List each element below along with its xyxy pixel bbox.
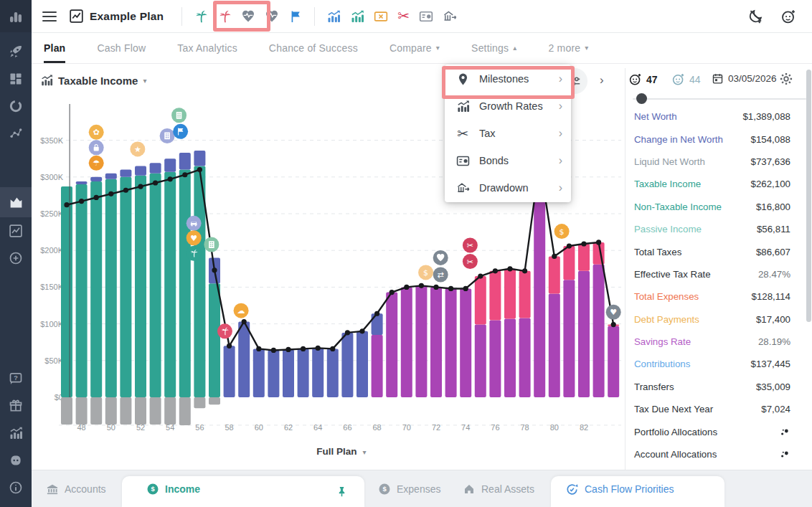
bar-segment-teal[interactable] xyxy=(135,176,146,397)
milestone-badge-heart[interactable]: ♥ xyxy=(187,230,202,245)
line-point[interactable] xyxy=(64,202,69,207)
chart-settings-button[interactable] xyxy=(779,72,793,86)
line-point[interactable] xyxy=(316,346,321,351)
hamburger-menu-button[interactable] xyxy=(42,11,57,22)
flag-milestone-icon[interactable] xyxy=(288,9,303,24)
milestone-badge-flower[interactable]: ✿ xyxy=(89,125,104,140)
card-cancel-icon[interactable] xyxy=(374,9,388,24)
bar-segment-indigo[interactable] xyxy=(194,151,205,166)
line-point[interactable] xyxy=(581,241,586,246)
line-point[interactable] xyxy=(242,319,247,324)
bar-segment-magenta[interactable] xyxy=(608,326,619,397)
bar-negative[interactable] xyxy=(194,397,205,408)
line-point[interactable] xyxy=(345,330,350,335)
milestone-badge-heartpulse[interactable] xyxy=(433,250,448,265)
stat-label[interactable]: Tax Due Next Year xyxy=(634,404,713,414)
tab-2-more[interactable]: 2 more▾ xyxy=(549,32,589,63)
bar-segment-indigo[interactable] xyxy=(372,313,383,335)
sidebar-item-getting-started[interactable] xyxy=(0,38,32,65)
milestone-badge-scissors[interactable]: ✂ xyxy=(463,254,478,269)
bar-segment-indigo[interactable] xyxy=(90,177,102,181)
bar-segment-pink[interactable] xyxy=(489,271,501,321)
account-avatar-button[interactable] xyxy=(780,9,796,24)
line-point[interactable] xyxy=(197,167,202,172)
line-point[interactable] xyxy=(168,176,173,181)
line-point[interactable] xyxy=(419,283,424,288)
bar-segment-pink[interactable] xyxy=(549,256,560,293)
sidebar-item-rewards[interactable] xyxy=(0,392,32,420)
sidebar-item-allocations[interactable] xyxy=(0,93,32,120)
line-point[interactable] xyxy=(359,328,364,333)
tab-plan[interactable]: Plan xyxy=(44,32,65,63)
bar-segment-magenta[interactable] xyxy=(445,288,457,397)
stat-label[interactable]: Transfers xyxy=(634,382,674,392)
milestone-badge-building[interactable] xyxy=(204,237,219,252)
line-point[interactable] xyxy=(522,268,527,273)
bar-segment-magenta[interactable] xyxy=(504,318,516,397)
sidebar-item-about[interactable] xyxy=(0,474,32,501)
stat-label[interactable]: Taxable Income xyxy=(634,179,701,189)
bar-segment-indigo[interactable] xyxy=(298,349,309,397)
bar-segment-magenta[interactable] xyxy=(549,294,560,397)
bar-segment-magenta[interactable] xyxy=(460,288,471,397)
bar-segment-indigo[interactable] xyxy=(179,153,191,170)
plan-date[interactable]: 03/05/2026 xyxy=(712,72,777,85)
bar-segment-teal[interactable] xyxy=(105,179,117,397)
tab-chance-of-success[interactable]: Chance of Success xyxy=(269,32,358,63)
health-event-icon-2[interactable] xyxy=(265,9,279,24)
line-point[interactable] xyxy=(153,180,158,185)
milestone-badge-flag[interactable] xyxy=(173,124,188,139)
allocations-dots-icon[interactable] xyxy=(779,448,790,461)
line-point[interactable] xyxy=(285,347,291,352)
milestone-badge-swap[interactable]: ⇄ xyxy=(433,267,448,282)
bar-segment-teal[interactable] xyxy=(61,186,72,397)
bar-segment-indigo[interactable] xyxy=(341,333,353,397)
line-point[interactable] xyxy=(182,172,187,177)
line-point[interactable] xyxy=(212,267,217,273)
bar-segment-magenta[interactable] xyxy=(386,293,397,397)
drawdown-bank-icon[interactable] xyxy=(443,9,457,24)
line-point[interactable] xyxy=(330,346,335,351)
bar-segment-indigo[interactable] xyxy=(135,166,146,175)
milestone-badge-car[interactable] xyxy=(187,216,202,231)
bar-negative[interactable] xyxy=(209,397,220,404)
stat-label[interactable]: Total Taxes xyxy=(634,247,681,257)
bar-segment-indigo[interactable] xyxy=(312,348,324,397)
bar-segment-indigo[interactable] xyxy=(120,170,131,177)
bar-negative[interactable] xyxy=(120,397,131,425)
bar-segment-pink[interactable] xyxy=(475,276,486,325)
tab-income[interactable]: Income xyxy=(146,470,200,507)
bar-negative[interactable] xyxy=(105,397,117,425)
bar-segment-pink[interactable] xyxy=(519,271,531,318)
growth-chart-teal-icon[interactable] xyxy=(350,9,364,24)
bar-segment-indigo[interactable] xyxy=(164,158,176,171)
bar-segment-magenta[interactable] xyxy=(578,271,590,397)
bar-negative[interactable] xyxy=(76,397,88,425)
tab-cash-flow-priorities[interactable]: Cash Flow Priorities xyxy=(565,470,674,507)
stat-label[interactable]: Passive Income xyxy=(634,224,702,234)
stat-label[interactable]: Non-Taxable Income xyxy=(634,202,722,212)
bar-segment-magenta[interactable] xyxy=(593,265,605,397)
tax-scissors-icon[interactable]: ✂ xyxy=(397,9,410,24)
line-point[interactable] xyxy=(79,199,84,204)
chevron-right-button[interactable]: › xyxy=(600,73,604,87)
sidebar-item-other-plan[interactable] xyxy=(0,217,32,245)
milestone-badge-coin[interactable]: $ xyxy=(418,265,433,280)
growth-chart-blue-icon[interactable] xyxy=(326,9,341,24)
bar-segment-teal[interactable] xyxy=(209,283,220,397)
dark-mode-toggle[interactable] xyxy=(748,9,763,24)
line-point[interactable] xyxy=(433,285,438,290)
tab-cash-flow[interactable]: Cash Flow xyxy=(97,32,146,63)
line-point[interactable] xyxy=(507,266,512,271)
milestone-badge-lock[interactable] xyxy=(89,140,104,155)
milestone-badge-palm[interactable] xyxy=(187,246,202,261)
bar-negative[interactable] xyxy=(135,397,146,425)
person2-age[interactable]: 44 xyxy=(671,72,701,86)
bar-segment-magenta[interactable] xyxy=(430,287,442,397)
bar-negative[interactable] xyxy=(90,397,102,425)
bar-negative[interactable] xyxy=(61,397,72,425)
bar-segment-indigo[interactable] xyxy=(327,349,339,397)
stat-label[interactable]: Contributions xyxy=(634,359,690,369)
palm-tree-alt-milestone-icon[interactable] xyxy=(217,9,232,24)
health-event-icon[interactable] xyxy=(241,9,255,24)
